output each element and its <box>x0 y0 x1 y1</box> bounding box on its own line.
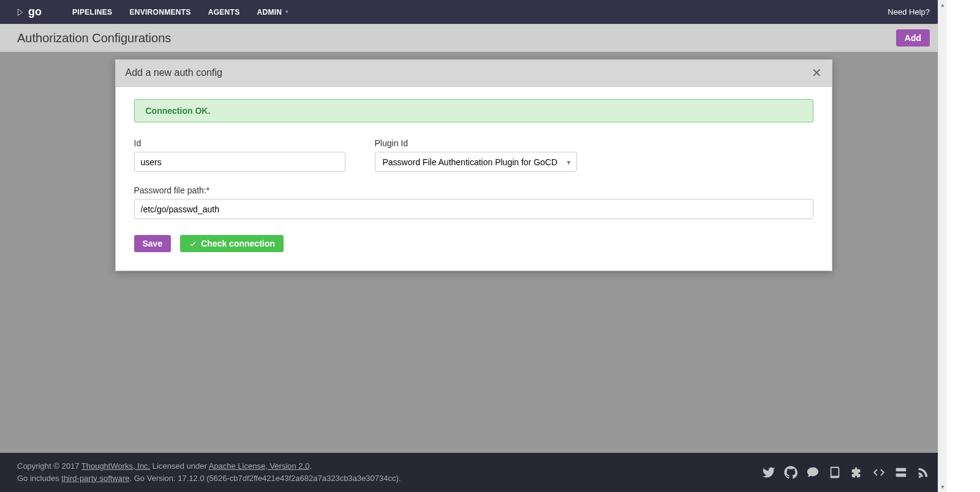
scroll-down-button[interactable]: ▼ <box>938 482 947 492</box>
page-footer: Copyright © 2017 ThoughtWorks, Inc. Lice… <box>0 453 947 492</box>
modal-actions: Save Check connection <box>134 235 813 252</box>
caret-down-icon: ▼ <box>284 9 289 15</box>
scroll-track[interactable] <box>938 10 947 482</box>
plugin-field-group: Plugin Id Password File Authentication P… <box>375 138 577 172</box>
plugin-icon[interactable] <box>850 466 864 479</box>
need-help-link[interactable]: Need Help? <box>888 7 930 17</box>
vertical-scrollbar[interactable]: ▲ ▼ <box>938 0 947 492</box>
primary-nav: PIPELINES ENVIRONMENTS AGENTS ADMIN▼ <box>72 8 290 17</box>
page-content: Add a new auth config ✕ Connection OK. I… <box>0 52 947 453</box>
copyright-text: Copyright © 2017 <box>17 461 81 471</box>
version-text: . Go Version: 17.12.0 (5626-cb7df2ffe421… <box>130 474 401 483</box>
password-path-label: Password file path:* <box>134 185 813 195</box>
connection-ok-alert: Connection OK. <box>134 99 813 122</box>
modal-body: Connection OK. Id Plugin Id Password Fil… <box>116 87 832 270</box>
plugin-id-label: Plugin Id <box>375 138 577 148</box>
twitter-icon[interactable] <box>762 466 775 479</box>
id-label: Id <box>134 138 345 148</box>
nav-environments[interactable]: ENVIRONMENTS <box>129 8 190 17</box>
check-connection-label: Check connection <box>201 239 275 248</box>
add-button[interactable]: Add <box>896 29 930 47</box>
modal-header: Add a new auth config ✕ <box>116 60 832 87</box>
apache-license-link[interactable]: Apache License, Version 2.0 <box>209 461 310 471</box>
server-icon[interactable] <box>894 466 908 479</box>
third-party-link[interactable]: third-party software <box>61 474 129 483</box>
rss-icon[interactable] <box>916 466 930 479</box>
password-path-group: Password file path:* <box>134 185 813 219</box>
plugin-id-select[interactable]: Password File Authentication Plugin for … <box>375 152 577 172</box>
footer-text: Copyright © 2017 ThoughtWorks, Inc. Lice… <box>17 460 401 485</box>
scroll-up-button[interactable]: ▲ <box>938 0 947 10</box>
check-connection-button[interactable]: Check connection <box>180 235 284 252</box>
modal-overlay[interactable]: Add a new auth config ✕ Connection OK. I… <box>0 52 947 453</box>
id-input[interactable] <box>134 152 345 172</box>
top-nav-bar: go PIPELINES ENVIRONMENTS AGENTS ADMIN▼ … <box>0 0 947 24</box>
play-icon <box>15 7 26 18</box>
api-icon[interactable] <box>872 466 886 479</box>
nav-agents[interactable]: AGENTS <box>208 8 240 17</box>
close-icon[interactable]: ✕ <box>812 67 822 79</box>
chat-icon[interactable] <box>806 466 820 479</box>
gocd-logo[interactable]: go <box>15 6 42 18</box>
nav-pipelines[interactable]: PIPELINES <box>72 8 112 17</box>
password-path-input[interactable] <box>134 199 813 219</box>
page-title: Authorization Configurations <box>17 31 896 45</box>
nav-admin[interactable]: ADMIN▼ <box>257 8 289 17</box>
id-field-group: Id <box>134 138 345 172</box>
thoughtworks-link[interactable]: ThoughtWorks, Inc. <box>81 461 150 471</box>
modal-title: Add a new auth config <box>126 67 812 78</box>
book-icon[interactable] <box>828 466 842 479</box>
footer-social-icons <box>762 466 930 479</box>
save-button[interactable]: Save <box>134 235 172 252</box>
check-icon <box>189 239 197 248</box>
auth-config-modal: Add a new auth config ✕ Connection OK. I… <box>115 59 832 271</box>
github-icon[interactable] <box>784 466 797 479</box>
page-header: Authorization Configurations Add <box>0 24 947 52</box>
